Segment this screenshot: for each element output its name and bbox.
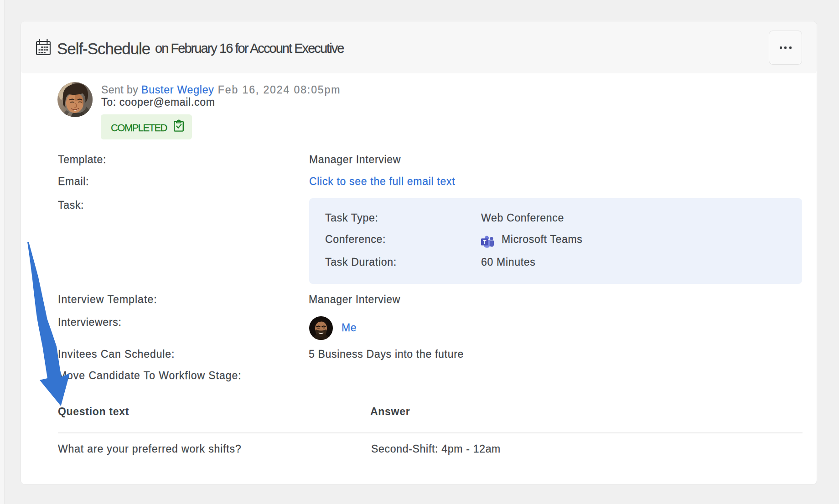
svg-text:T: T [483,239,486,245]
